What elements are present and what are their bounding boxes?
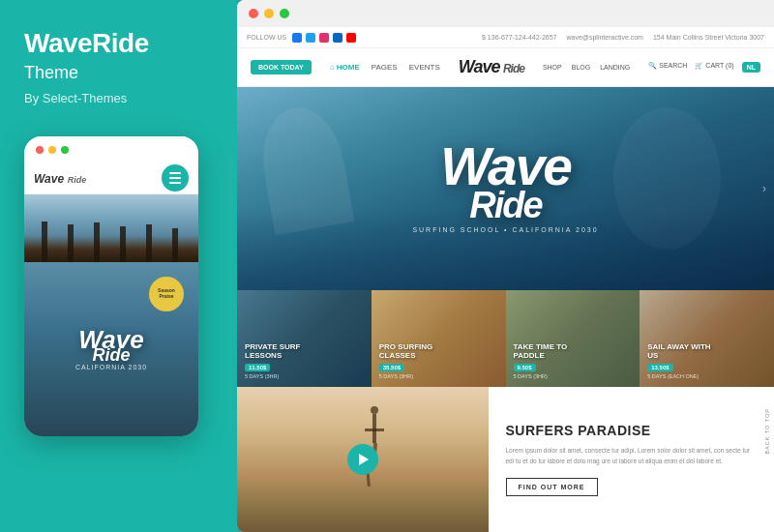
book-today-button[interactable]: BOOK TODAY [251, 60, 312, 74]
browser-content: FOLLOW US $ 136-677-124-442-2657 wave@sp… [237, 27, 774, 532]
browser-chrome [237, 0, 774, 27]
mobile-mockup: Wave Ride [24, 136, 198, 436]
card-4-meta: 5 DAYS (EACH ONE) [647, 373, 766, 379]
youtube-icon[interactable] [346, 33, 356, 43]
nav-link-blog[interactable]: BLOG [572, 64, 590, 71]
mobile-tagline: CALIFORNIA 2030 [75, 364, 147, 370]
card-4-title: SAIL AWAY WITHUS [647, 342, 766, 361]
menu-line [169, 182, 181, 184]
card-3-meta: 5 DAYS (3HR) [514, 373, 633, 379]
nav-link-home[interactable]: ⌂ HOME [330, 63, 360, 72]
card-private-surf[interactable]: PRIVATE SURFLESSONS 11.50$ 5 DAYS (3HR) [237, 290, 372, 387]
email-address: wave@splinteractive.com [566, 34, 642, 41]
nav-link-shop[interactable]: SHOP [543, 64, 562, 71]
phone-number: $ 136-677-124-442-2657 [482, 34, 556, 41]
nav-links-left: ⌂ HOME PAGES EVENTS [330, 63, 440, 72]
left-panel: WaveRide Theme By Select-Themes Wave Rid… [0, 0, 237, 532]
top-bar-right: $ 136-677-124-442-2657 wave@splinteracti… [482, 34, 764, 41]
season-badge: SeasonPraise [149, 277, 184, 311]
mobile-pier-image [24, 194, 198, 262]
browser-dot-yellow[interactable] [264, 9, 274, 18]
mobile-logo-bar: Wave Ride [24, 163, 198, 194]
hero-arrow-right[interactable]: › [762, 182, 766, 195]
menu-line [169, 177, 181, 179]
mobile-dot-red [36, 146, 44, 154]
find-out-more-button[interactable]: FIND OUT MORE [506, 478, 598, 496]
back-to-top-label[interactable]: BACK TO TOP [764, 408, 770, 455]
play-button[interactable] [347, 444, 378, 475]
mobile-site-logo: Wave Ride [34, 171, 86, 186]
mobile-hero-content: Wave Ride CALIFORNIA 2030 [75, 327, 147, 370]
site-top-bar: FOLLOW US $ 136-677-124-442-2657 wave@sp… [237, 27, 774, 48]
brand-title: WaveRide [24, 29, 149, 59]
hero-logo-line1: Wave [412, 144, 598, 190]
locale-button[interactable]: NL [742, 62, 760, 73]
search-link[interactable]: 🔍 SEARCH [648, 62, 687, 73]
card-2-badge: 35.50$ [379, 364, 404, 371]
browser-dot-green[interactable] [280, 9, 289, 18]
site-bottom-section: SURFERS PARADISE Lorem ipsum dolor sit a… [237, 387, 774, 532]
linkedin-icon[interactable] [333, 33, 342, 43]
site-navigation: BOOK TODAY ⌂ HOME PAGES EVENTS Wave Ride… [237, 48, 774, 87]
hero-content: Wave Ride SURFING SCHOOL • CALIFORNIA 20… [412, 144, 598, 233]
hero-logo: Wave Ride [412, 144, 598, 221]
site-logo: Wave Ride [459, 57, 524, 77]
menu-line [169, 172, 181, 174]
card-3-badge: 9.50$ [514, 364, 536, 371]
hamburger-icon [169, 172, 181, 184]
site-hero-section: Wave Ride SURFING SCHOOL • CALIFORNIA 20… [237, 87, 774, 290]
browser-mockup: FOLLOW US $ 136-677-124-442-2657 wave@sp… [237, 0, 774, 532]
top-bar-left: FOLLOW US [247, 33, 356, 43]
activity-cards-row: PRIVATE SURFLESSONS 11.50$ 5 DAYS (3HR) … [237, 290, 774, 387]
instagram-icon[interactable] [319, 33, 329, 43]
mobile-menu-button[interactable] [162, 164, 189, 192]
social-icons [292, 33, 356, 43]
card-2-title: PRO SURFINGCLASSES [379, 342, 498, 361]
card-pro-surfing[interactable]: PRO SURFINGCLASSES 35.50$ 5 DAYS (3HR) [372, 290, 506, 387]
address: 154 Main Collins Street Victoria 3007 [653, 34, 764, 41]
brand-by: By Select-Themes [24, 91, 127, 105]
browser-dot-red[interactable] [249, 9, 258, 18]
card-3-title: TAKE TIME TOPADDLE [514, 342, 633, 361]
nav-link-pages[interactable]: PAGES [372, 63, 398, 72]
surfers-paradise-title: SURFERS PARADISE [506, 423, 758, 438]
card-2-meta: 5 DAYS (3HR) [379, 373, 498, 379]
brand-subtitle: Theme [24, 63, 78, 83]
nav-utilities: 🔍 SEARCH 🛒 CART (0) NL [648, 62, 760, 73]
mobile-hero-section: SeasonPraise Wave Ride CALIFORNIA 2030 [24, 262, 198, 436]
card-1-badge: 11.50$ [245, 364, 270, 371]
mobile-dots [36, 146, 69, 154]
hero-tagline: SURFING SCHOOL • CALIFORNIA 2030 [412, 226, 598, 233]
surfers-paradise-section: SURFERS PARADISE Lorem ipsum dolor sit a… [489, 387, 775, 532]
cart-link[interactable]: 🛒 CART (0) [695, 62, 733, 73]
follow-us-label: FOLLOW US [247, 34, 286, 41]
play-icon [359, 454, 369, 465]
card-1-meta: 5 DAYS (3HR) [245, 373, 364, 379]
surfers-paradise-description: Lorem ipsum dolor sit amet, consecte tur… [506, 446, 758, 466]
video-section [237, 387, 489, 532]
mobile-dot-yellow [48, 146, 56, 154]
mobile-dot-green [61, 146, 69, 154]
card-take-time-paddle[interactable]: TAKE TIME TOPADDLE 9.50$ 5 DAYS (3HR) [506, 290, 640, 387]
card-1-title: PRIVATE SURFLESSONS [245, 342, 364, 361]
card-4-badge: 13.50$ [647, 364, 672, 371]
nav-links-right: SHOP BLOG LANDING [543, 64, 630, 71]
mobile-status-bar [24, 136, 198, 163]
facebook-icon[interactable] [292, 33, 302, 43]
nav-link-events[interactable]: EVENTS [409, 63, 440, 72]
twitter-icon[interactable] [306, 33, 315, 43]
card-sail-away[interactable]: SAIL AWAY WITHUS 13.50$ 5 DAYS (EACH ONE… [640, 290, 774, 387]
nav-link-landing[interactable]: LANDING [600, 64, 630, 71]
